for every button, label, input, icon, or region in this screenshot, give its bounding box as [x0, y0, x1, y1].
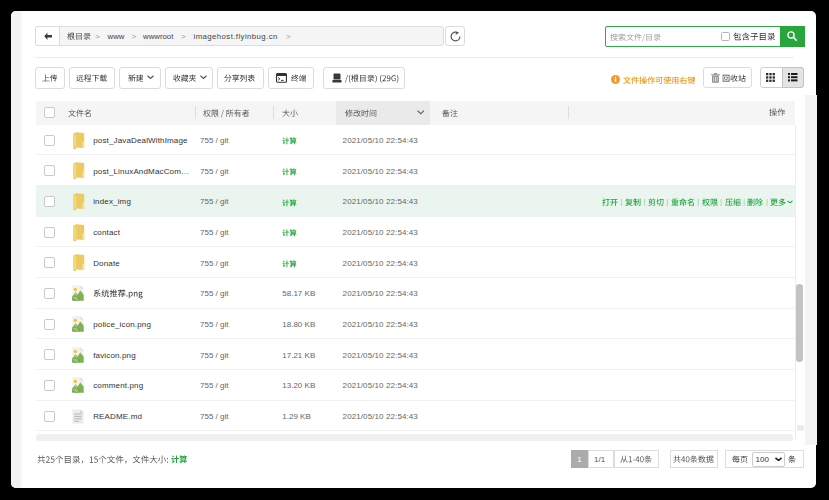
svg-text:PNG: PNG [73, 328, 79, 332]
svg-text:PNG: PNG [73, 358, 79, 362]
svg-text:PNG: PNG [73, 297, 79, 301]
svg-text:PNG: PNG [73, 389, 79, 393]
